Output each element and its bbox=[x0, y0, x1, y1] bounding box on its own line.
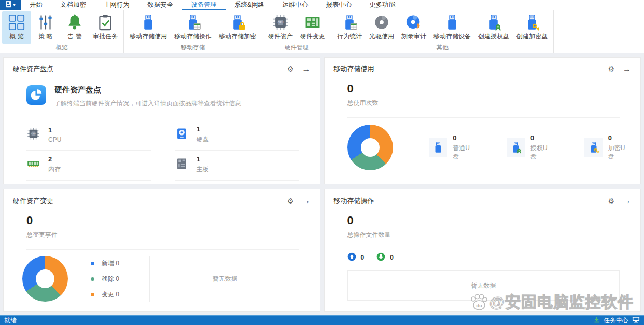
ribbon-item-policy[interactable]: 策 略 bbox=[31, 11, 60, 44]
ribbon-item-alerts[interactable]: 告 警 bbox=[60, 11, 89, 44]
legend-item-变更: 变更 0 bbox=[91, 290, 119, 299]
menu-item-system-network[interactable]: 系统&网络 bbox=[226, 0, 273, 10]
legend-label: 移除 0 bbox=[102, 275, 119, 283]
hardware-stat-主板: 1主板 bbox=[175, 151, 299, 181]
stat-value: 0 bbox=[530, 134, 553, 142]
counter-value: 0 bbox=[390, 254, 394, 261]
task-center-label: 任务中心 bbox=[604, 316, 628, 325]
arrow-right-icon[interactable]: → bbox=[623, 197, 631, 205]
stat-value: 1 bbox=[48, 126, 61, 134]
ribbon-group-2: CPU硬件资产硬件变更硬件管理 bbox=[262, 10, 331, 53]
menu-item-report-center[interactable]: 报表中心 bbox=[317, 0, 360, 10]
stat-label: 内存 bbox=[48, 165, 61, 174]
stat-label: 普通U盘 bbox=[453, 144, 475, 161]
cd-burn-icon bbox=[405, 13, 423, 31]
usb-key-icon bbox=[523, 13, 541, 31]
ribbon-group-1: 移动存储使用移动存储操作移动存储加密移动存储 bbox=[124, 10, 262, 53]
arrow-right-icon[interactable]: → bbox=[302, 197, 311, 205]
menu-item-doc-encryption[interactable]: 文档加密 bbox=[51, 0, 95, 10]
total-usage-label: 总使用次数 bbox=[347, 99, 632, 107]
gear-icon[interactable]: ⚙ bbox=[608, 65, 614, 73]
svg-text:CPU: CPU bbox=[31, 132, 35, 135]
menu-item-device-management[interactable]: 设备管理 bbox=[182, 0, 226, 10]
app-logo-button[interactable]: ▾ bbox=[0, 0, 21, 10]
total-changes-label: 总变更事件 bbox=[26, 231, 311, 239]
cd-icon bbox=[373, 13, 390, 31]
total-operations-label: 总操作文件数量 bbox=[347, 231, 632, 239]
download-arrow-icon bbox=[594, 316, 600, 324]
gear-icon[interactable]: ⚙ bbox=[608, 197, 614, 205]
gear-icon[interactable]: ⚙ bbox=[287, 197, 294, 205]
usb-key-tile-icon bbox=[584, 138, 603, 157]
legend-dot bbox=[91, 293, 94, 296]
ribbon-item-create-encrypted-disk[interactable]: 创建加密盘 bbox=[513, 11, 551, 44]
ribbon-item-storage-devices[interactable]: 移动存储设备 bbox=[430, 11, 474, 44]
ribbon-toolbar: 概 览策 略告 警审批任务概览移动存储使用移动存储操作移动存储加密移动存储CPU… bbox=[0, 10, 644, 53]
usb-medal-icon bbox=[485, 13, 502, 31]
card-hardware-changes: 硬件资产变更 ⚙ → 0 总变更事件 新增 0移除 0变更 0 暂无数据 bbox=[3, 189, 320, 312]
menu-item-more-features[interactable]: 更多功能 bbox=[360, 0, 404, 10]
stat-value: 0 bbox=[453, 134, 475, 142]
ribbon-item-hardware-assets[interactable]: CPU硬件资产 bbox=[264, 11, 297, 44]
card-title: 移动存储操作 bbox=[334, 196, 374, 206]
dashboard-content: 硬件资产盘点 ⚙ → 硬件资产盘点 了解终端当前硬件资产情况，可进入详情页面按品… bbox=[0, 53, 644, 315]
ribbon-item-create-authorized-disk[interactable]: 创建授权盘 bbox=[474, 11, 513, 44]
usage-stat-普通U盘: 0普通U盘 bbox=[429, 134, 476, 161]
ribbon-item-storage-encryption[interactable]: 移动存储加密 bbox=[215, 11, 260, 44]
stat-label: 授权U盘 bbox=[530, 144, 553, 161]
gear-icon[interactable]: ⚙ bbox=[287, 65, 294, 73]
sliders-icon bbox=[37, 13, 54, 31]
app-logo-icon bbox=[5, 1, 12, 10]
up-circle-icon bbox=[347, 252, 356, 263]
menu-item-start[interactable]: 开始 bbox=[21, 0, 51, 10]
arrow-right-icon[interactable]: → bbox=[623, 65, 631, 73]
ribbon-group-label: 硬件管理 bbox=[262, 44, 331, 53]
legend-item-新增: 新增 0 bbox=[91, 259, 119, 268]
task-center-button[interactable]: 任务中心 bbox=[594, 316, 640, 325]
application-window: ▾ 开始文档加密上网行为数据安全设备管理系统&网络运维中心报表中心更多功能 概 … bbox=[0, 0, 644, 325]
stat-value: 0 bbox=[608, 134, 631, 142]
usage-donut-chart bbox=[347, 125, 393, 170]
status-ready-label: 就绪 bbox=[4, 316, 17, 325]
legend-label: 新增 0 bbox=[102, 259, 119, 268]
monitor-icon bbox=[632, 316, 640, 324]
ribbon-item-hardware-changes[interactable]: 硬件变更 bbox=[297, 11, 329, 44]
ribbon-item-label: 移动存储加密 bbox=[219, 32, 256, 41]
menu-item-ops-center[interactable]: 运维中心 bbox=[273, 0, 317, 10]
legend-dot bbox=[91, 262, 94, 265]
usage-stat-授权U盘: 0授权U盘 bbox=[507, 134, 553, 161]
arrow-right-icon[interactable]: → bbox=[302, 65, 311, 73]
changes-legend: 新增 0移除 0变更 0 bbox=[91, 259, 119, 299]
stat-label: 主板 bbox=[197, 165, 209, 174]
ribbon-group-label: 其他 bbox=[331, 44, 553, 53]
ribbon-group-3: 行为统计光驱使用刻录审计移动存储设备创建授权盘创建加密盘其他 bbox=[331, 10, 554, 53]
menu-item-internet-behavior[interactable]: 上网行为 bbox=[95, 0, 138, 10]
pie-chart-app-icon bbox=[26, 85, 46, 107]
total-usage-count: 0 bbox=[347, 82, 632, 96]
grid-icon bbox=[8, 13, 25, 31]
ribbon-item-label: 行为统计 bbox=[337, 32, 362, 41]
hardware-stat-内存: 2内存 bbox=[26, 151, 151, 181]
ribbon-item-approval-tasks[interactable]: 审批任务 bbox=[89, 11, 121, 44]
ribbon-item-label: 审批任务 bbox=[93, 32, 118, 41]
feature-description: 了解终端当前硬件资产情况，可进入详情页面按品牌等查看统计信息 bbox=[54, 99, 241, 108]
ribbon-item-storage-usage[interactable]: 移动存储使用 bbox=[126, 11, 171, 44]
ribbon-item-burn-audit[interactable]: 刻录审计 bbox=[398, 11, 430, 44]
ribbon-item-overview[interactable]: 概 览 bbox=[2, 11, 31, 44]
changes-donut-chart bbox=[22, 256, 68, 302]
menu-item-data-security[interactable]: 数据安全 bbox=[138, 0, 182, 10]
card-title: 硬件资产变更 bbox=[13, 196, 53, 206]
cpu-stat-icon: CPU bbox=[26, 127, 40, 143]
ribbon-item-label: 创建加密盘 bbox=[516, 32, 548, 41]
usb-tile-icon bbox=[429, 138, 448, 157]
usb-table-icon bbox=[341, 13, 358, 31]
ribbon-item-label: 硬件变更 bbox=[300, 32, 325, 41]
ribbon-item-optical-usage[interactable]: 光驱使用 bbox=[366, 11, 398, 44]
ribbon-item-label: 移动存储设备 bbox=[433, 32, 471, 41]
ribbon-item-behavior-stats[interactable]: 行为统计 bbox=[333, 11, 366, 44]
card-title: 硬件资产盘点 bbox=[13, 64, 53, 74]
usb-icon bbox=[443, 13, 461, 31]
board-icon bbox=[304, 13, 321, 31]
ribbon-item-label: 概 览 bbox=[9, 32, 23, 41]
ribbon-item-storage-operation[interactable]: 移动存储操作 bbox=[171, 11, 215, 44]
